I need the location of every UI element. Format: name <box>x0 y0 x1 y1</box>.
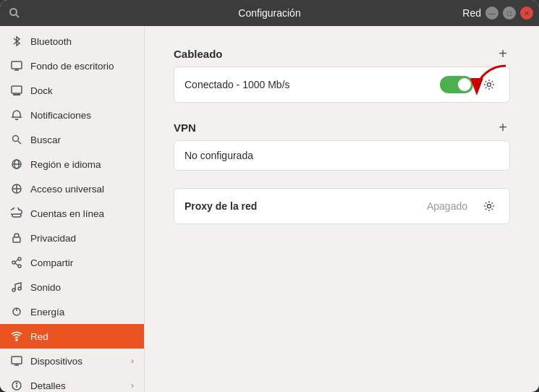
sidebar-label-notificaciones: Notificaciones <box>30 110 134 121</box>
svg-point-18 <box>12 261 15 264</box>
sidebar-item-notificaciones[interactable]: Notificaciones <box>0 103 144 127</box>
sidebar-label-privacidad: Privacidad <box>30 233 134 244</box>
power-icon <box>10 305 23 318</box>
cloud-icon <box>10 207 23 220</box>
svg-rect-2 <box>12 61 22 69</box>
svg-point-22 <box>12 289 15 291</box>
sidebar-item-dock[interactable]: Dock <box>0 78 144 103</box>
proxy-row: Proxy de la red Apagado <box>174 189 509 223</box>
sidebar-item-sonido[interactable]: Sonido <box>0 275 144 299</box>
vpn-no-config: No configurada <box>174 141 509 170</box>
sidebar-item-region[interactable]: Región e idioma <box>0 152 144 176</box>
acceso-icon <box>10 182 23 195</box>
svg-point-34 <box>488 83 491 87</box>
svg-rect-16 <box>13 237 20 242</box>
buscar-icon <box>10 133 23 146</box>
sidebar-label-compartir: Compartir <box>30 257 134 268</box>
proxy-card: Proxy de la red Apagado <box>174 188 510 224</box>
svg-point-26 <box>16 339 17 341</box>
svg-rect-27 <box>12 357 22 364</box>
proxy-label: Proxy de la red <box>184 200 427 212</box>
sidebar-label-region: Región e idioma <box>30 159 134 170</box>
sidebar: Bluetooth Fondo de escritorio <box>0 26 145 392</box>
connection-gear-button[interactable] <box>479 74 499 95</box>
sidebar-label-buscar: Buscar <box>30 135 134 145</box>
sidebar-label-red: Red <box>30 331 134 342</box>
network-icon <box>10 330 23 343</box>
content-area: Bluetooth Fondo de escritorio <box>0 26 539 392</box>
titlebar: Configuración Red — □ ✕ <box>0 0 539 26</box>
sidebar-item-cuentas[interactable]: Cuentas en línea <box>0 201 144 226</box>
cableado-card: Conectado - 1000 Mb/s <box>174 67 510 103</box>
vpn-add-button[interactable]: + <box>496 120 510 135</box>
sidebar-item-privacidad[interactable]: Privacidad <box>0 226 144 250</box>
svg-rect-15 <box>12 214 21 217</box>
vpn-card: No configurada <box>174 140 510 171</box>
dock-icon <box>10 84 23 97</box>
window-title: Configuración <box>238 7 300 19</box>
search-icon <box>9 7 20 19</box>
sidebar-label-dispositivos: Dispositivos <box>30 356 124 367</box>
sidebar-item-buscar[interactable]: Buscar <box>0 127 144 152</box>
cableado-add-button[interactable]: + <box>496 46 510 61</box>
lock-icon <box>10 231 23 244</box>
bluetooth-icon <box>10 35 23 48</box>
vpn-title: VPN <box>174 122 196 134</box>
section-title: Red <box>462 7 481 19</box>
sidebar-item-fondo[interactable]: Fondo de escritorio <box>0 54 144 78</box>
info-icon <box>10 379 23 392</box>
sidebar-label-acceso: Acceso universal <box>30 184 134 195</box>
sidebar-label-cuentas: Cuentas en línea <box>30 208 134 219</box>
svg-point-7 <box>13 136 19 142</box>
share-icon <box>10 256 23 269</box>
monitor-icon <box>10 354 23 367</box>
svg-line-21 <box>15 263 18 265</box>
sidebar-item-detalles[interactable]: Detalles › <box>0 373 144 392</box>
sidebar-item-energia[interactable]: Energía <box>0 299 144 324</box>
proxy-gear-icon <box>483 200 495 212</box>
svg-point-32 <box>17 383 17 384</box>
sidebar-label-fondo: Fondo de escritorio <box>30 61 134 72</box>
svg-point-17 <box>18 257 21 260</box>
proxy-section: Proxy de la red Apagado <box>174 188 510 224</box>
svg-line-8 <box>18 141 21 144</box>
sidebar-item-compartir[interactable]: Compartir <box>0 250 144 275</box>
sidebar-label-bluetooth: Bluetooth <box>30 36 134 47</box>
window-controls: — □ ✕ <box>485 7 533 20</box>
vpn-section: VPN + No configurada <box>174 120 510 171</box>
svg-line-1 <box>17 15 20 18</box>
globe-icon <box>10 158 23 171</box>
maximize-button[interactable]: □ <box>503 7 516 20</box>
bell-icon <box>10 108 23 122</box>
sidebar-label-energia: Energía <box>30 307 134 318</box>
cableado-title: Cableado <box>174 48 223 60</box>
sidebar-label-detalles: Detalles <box>30 380 124 391</box>
music-icon <box>10 281 23 294</box>
svg-point-23 <box>18 287 21 290</box>
main-wrapper: Cableado + Conectado - 1000 Mb/s <box>145 26 539 392</box>
sidebar-item-bluetooth[interactable]: Bluetooth <box>0 29 144 54</box>
close-button[interactable]: ✕ <box>520 7 533 20</box>
svg-point-35 <box>488 205 491 208</box>
vpn-header: VPN + <box>174 120 510 135</box>
svg-point-0 <box>10 9 17 15</box>
sidebar-label-sonido: Sonido <box>30 282 134 293</box>
chevron-right-icon: › <box>131 356 134 366</box>
connection-label: Conectado - 1000 Mb/s <box>184 79 440 90</box>
cableado-connection-row: Conectado - 1000 Mb/s <box>174 67 509 102</box>
connection-toggle[interactable] <box>440 76 473 93</box>
main-content: Cableado + Conectado - 1000 Mb/s <box>145 26 539 262</box>
minimize-button[interactable]: — <box>485 7 498 20</box>
svg-line-20 <box>15 260 18 262</box>
proxy-status: Apagado <box>427 200 467 212</box>
search-button[interactable] <box>9 7 20 19</box>
svg-rect-6 <box>13 94 20 95</box>
sidebar-item-dispositivos[interactable]: Dispositivos › <box>0 349 144 373</box>
gear-icon <box>483 79 495 90</box>
cableado-section: Cableado + Conectado - 1000 Mb/s <box>174 46 510 103</box>
sidebar-label-dock: Dock <box>30 85 134 96</box>
sidebar-item-acceso[interactable]: Acceso universal <box>0 176 144 201</box>
cableado-header: Cableado + <box>174 46 510 61</box>
proxy-gear-button[interactable] <box>479 196 499 216</box>
sidebar-item-red[interactable]: Red <box>0 324 144 349</box>
